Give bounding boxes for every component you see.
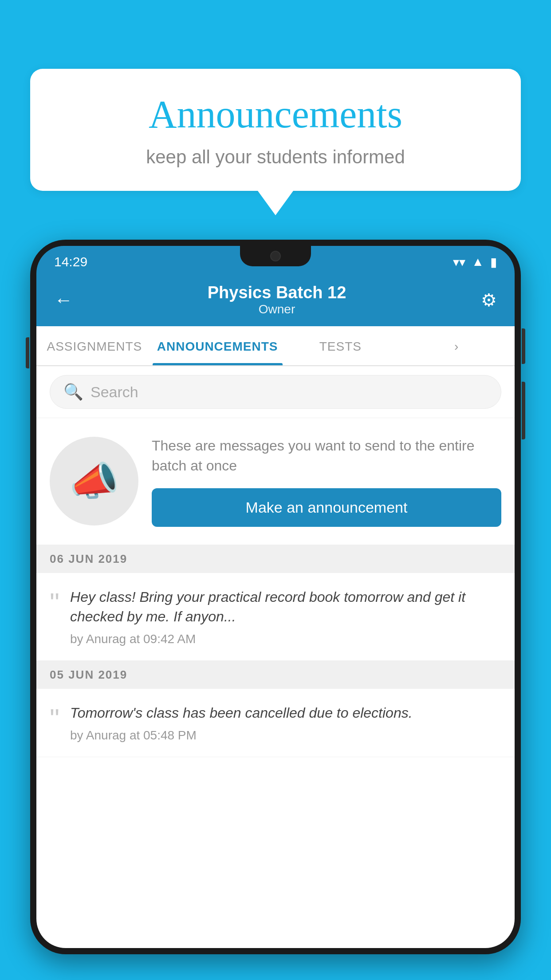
search-container: 🔍 Search — [36, 366, 515, 418]
date-header-1: 06 JUN 2019 — [36, 545, 515, 573]
search-placeholder: Search — [91, 383, 138, 401]
tab-more[interactable]: › — [398, 326, 515, 365]
announcement-content-2: Tomorrow's class has been cancelled due … — [70, 703, 501, 743]
battery-icon: ▮ — [490, 255, 497, 269]
speech-bubble: Announcements keep all your students inf… — [30, 69, 521, 191]
announcement-promo: 📣 These are messages you want to send to… — [36, 418, 515, 545]
phone-screen: ← Physics Batch 12 Owner ⚙ ASSIGNMENTS A… — [36, 273, 515, 948]
status-time: 14:29 — [54, 254, 87, 269]
speech-bubble-wrapper: Announcements keep all your students inf… — [30, 69, 521, 215]
speech-bubble-title: Announcements — [57, 92, 494, 137]
wifi-icon: ▾▾ — [453, 255, 465, 269]
speech-bubble-subtitle: keep all your students informed — [57, 146, 494, 168]
promo-icon-circle: 📣 — [50, 437, 138, 526]
speech-bubble-tail — [258, 191, 293, 215]
phone-camera — [270, 251, 281, 261]
search-bar[interactable]: 🔍 Search — [50, 375, 501, 409]
date-header-2: 05 JUN 2019 — [36, 661, 515, 689]
tabs-bar: ASSIGNMENTS ANNOUNCEMENTS TESTS › — [36, 326, 515, 366]
announcement-text-2: Tomorrow's class has been cancelled due … — [70, 703, 501, 723]
announcement-item-2: " Tomorrow's class has been cancelled du… — [36, 689, 515, 757]
make-announcement-button[interactable]: Make an announcement — [152, 488, 501, 527]
phone-wrapper: 14:29 ▾▾ ▲ ▮ ← Physics Batch 12 Owner ⚙ … — [30, 240, 521, 980]
phone-frame: 14:29 ▾▾ ▲ ▮ ← Physics Batch 12 Owner ⚙ … — [30, 240, 521, 954]
header-title: Physics Batch 12 — [208, 283, 346, 302]
tab-tests[interactable]: TESTS — [283, 326, 399, 365]
side-button-left — [26, 337, 29, 368]
megaphone-icon: 📣 — [69, 458, 119, 505]
back-button[interactable]: ← — [54, 289, 73, 311]
announcement-meta-1: by Anurag at 09:42 AM — [70, 632, 501, 646]
announcement-content-1: Hey class! Bring your practical record b… — [70, 587, 501, 647]
quote-icon-1: " — [50, 589, 59, 616]
side-button-right-2 — [522, 382, 525, 439]
quote-icon-2: " — [50, 705, 59, 732]
app-header: ← Physics Batch 12 Owner ⚙ — [36, 273, 515, 326]
signal-icon: ▲ — [472, 255, 484, 269]
settings-button[interactable]: ⚙ — [481, 290, 497, 310]
tab-announcements[interactable]: ANNOUNCEMENTS — [153, 326, 283, 365]
header-subtitle: Owner — [208, 302, 346, 316]
side-button-right-1 — [522, 328, 525, 364]
promo-content: These are messages you want to send to t… — [152, 436, 501, 527]
phone-notch — [240, 246, 311, 266]
promo-description: These are messages you want to send to t… — [152, 436, 501, 476]
search-icon: 🔍 — [63, 383, 83, 401]
announcement-item-1: " Hey class! Bring your practical record… — [36, 573, 515, 661]
tab-assignments[interactable]: ASSIGNMENTS — [36, 326, 153, 365]
announcement-meta-2: by Anurag at 05:48 PM — [70, 728, 501, 743]
status-icons: ▾▾ ▲ ▮ — [453, 255, 497, 269]
announcement-text-1: Hey class! Bring your practical record b… — [70, 587, 501, 627]
header-center: Physics Batch 12 Owner — [208, 283, 346, 316]
